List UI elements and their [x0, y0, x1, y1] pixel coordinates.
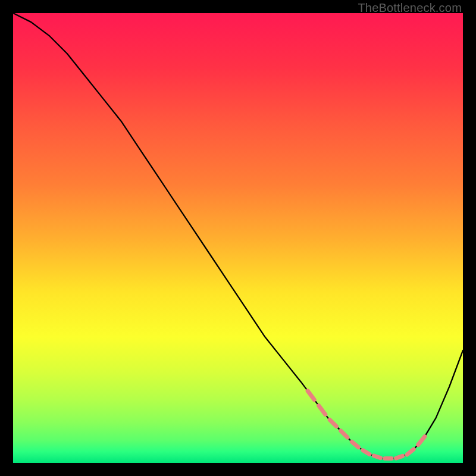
highlight-dash [352, 442, 358, 447]
bottleneck-curve [13, 13, 463, 458]
highlight-dash [396, 456, 403, 458]
highlight-dash [407, 449, 414, 455]
highlight-dash [341, 431, 347, 437]
curve-layer [13, 13, 463, 463]
optimal-range-highlight [308, 391, 425, 458]
plot-area [13, 13, 463, 463]
highlight-dash [319, 406, 325, 415]
highlight-dash [330, 419, 336, 426]
watermark-text: TheBottleneck.com [358, 1, 462, 15]
chart-frame: TheBottleneck.com [0, 0, 476, 476]
highlight-dash [418, 437, 425, 445]
highlight-dash [308, 391, 314, 400]
highlight-dash [363, 450, 369, 455]
highlight-dash [374, 456, 380, 458]
